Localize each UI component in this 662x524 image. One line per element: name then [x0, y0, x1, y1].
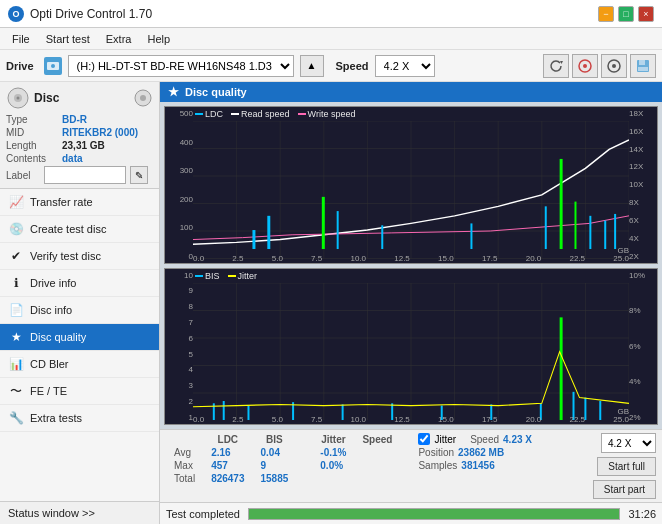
jitter-legend-dot — [228, 275, 236, 277]
start-part-button[interactable]: Start part — [593, 480, 656, 499]
quality-speed-select[interactable]: 4.2 X — [601, 433, 656, 453]
status-time: 31:26 — [628, 508, 656, 520]
menu-file[interactable]: File — [4, 31, 38, 47]
sidebar-item-extra-tests[interactable]: 🔧 Extra tests — [0, 405, 159, 432]
chart-header-icon: ★ — [168, 85, 179, 99]
ldc-legend-dot — [195, 113, 203, 115]
total-bis: 15885 — [253, 472, 297, 485]
stats-table: LDC BIS Jitter Speed Avg 2.16 0.04 -0.1% — [166, 433, 400, 485]
avg-ldc: 2.16 — [203, 446, 252, 459]
svg-rect-9 — [638, 67, 648, 71]
transfer-rate-icon: 📈 — [8, 194, 24, 210]
drive-bar: Drive (H:) HL-DT-ST BD-RE WH16NS48 1.D3 … — [0, 50, 662, 82]
disc-label-key: Label — [6, 170, 40, 181]
save-button[interactable] — [630, 54, 656, 78]
ldc-legend-label: LDC — [205, 109, 223, 119]
svg-point-4 — [583, 64, 587, 68]
title-bar: O Opti Drive Control 1.70 − □ × — [0, 0, 662, 28]
disc-write-button[interactable] — [601, 54, 627, 78]
avg-jitter: -0.1% — [312, 446, 354, 459]
position-label: Position — [418, 447, 454, 458]
menu-extra[interactable]: Extra — [98, 31, 140, 47]
refresh-button[interactable] — [543, 54, 569, 78]
top-chart: LDC Read speed Write speed 5004003002001… — [164, 106, 658, 264]
jitter-checkbox[interactable] — [418, 433, 430, 445]
bottom-chart: BIS Jitter 10987654321 10%8%6%4%2% — [164, 268, 658, 426]
bottom-chart-y-left: 10987654321 — [165, 269, 193, 425]
svg-rect-38 — [560, 159, 563, 249]
drive-icon — [44, 57, 62, 75]
fe-te-icon: 〜 — [8, 383, 24, 399]
sidebar-item-drive-info[interactable]: ℹ Drive info — [0, 270, 159, 297]
svg-rect-31 — [252, 230, 255, 249]
svg-rect-33 — [322, 197, 325, 249]
svg-point-1 — [51, 64, 55, 68]
progress-bar-fill — [249, 509, 619, 519]
bottom-chart-gb-label2: GB — [617, 407, 629, 416]
close-button[interactable]: × — [638, 6, 654, 22]
sidebar-item-fe-te[interactable]: 〜 FE / TE — [0, 378, 159, 405]
eject-button[interactable]: ▲ — [300, 55, 324, 77]
charts-container: LDC Read speed Write speed 5004003002001… — [160, 102, 662, 429]
disc-read-button[interactable] — [572, 54, 598, 78]
disc-contents-value: data — [62, 153, 83, 164]
sidebar-item-transfer-rate[interactable]: 📈 Transfer rate — [0, 189, 159, 216]
max-jitter: 0.0% — [312, 459, 354, 472]
top-chart-y-left: 5004003002001000 — [165, 107, 193, 263]
sidebar-item-disc-quality[interactable]: ★ Disc quality — [0, 324, 159, 351]
sidebar-item-create-test-disc[interactable]: 💿 Create test disc — [0, 216, 159, 243]
status-window-label: Status window >> — [8, 507, 95, 519]
verify-test-disc-icon: ✔ — [8, 248, 24, 264]
sidebar-item-transfer-rate-label: Transfer rate — [30, 196, 93, 208]
max-ldc: 457 — [203, 459, 252, 472]
disc-info-icon: 📄 — [8, 302, 24, 318]
svg-rect-40 — [589, 216, 591, 249]
stats-area: LDC BIS Jitter Speed Avg 2.16 0.04 -0.1% — [160, 429, 662, 502]
disc-label-button[interactable]: ✎ — [130, 166, 148, 184]
jitter-row: Jitter Speed 4.23 X — [418, 433, 532, 445]
disc-length-label: Length — [6, 140, 60, 151]
jitter-check-label: Jitter — [434, 434, 456, 445]
write-legend-dot — [298, 113, 306, 115]
status-text: Test completed — [166, 508, 240, 520]
sidebar-item-verify-test-disc-label: Verify test disc — [30, 250, 101, 262]
disc-length-value: 23,31 GB — [62, 140, 105, 151]
minimize-button[interactable]: − — [598, 6, 614, 22]
svg-rect-36 — [470, 223, 472, 249]
write-legend-label: Write speed — [308, 109, 356, 119]
create-test-disc-icon: 💿 — [8, 221, 24, 237]
start-full-button[interactable]: Start full — [597, 457, 656, 476]
max-bis: 9 — [253, 459, 297, 472]
read-legend-label: Read speed — [241, 109, 290, 119]
disc-mid-label: MID — [6, 127, 60, 138]
bottom-chart-y-right: 10%8%6%4%2% — [629, 269, 657, 425]
samples-val: 381456 — [461, 460, 494, 471]
sidebar-item-verify-test-disc[interactable]: ✔ Verify test disc — [0, 243, 159, 270]
svg-rect-35 — [381, 225, 383, 249]
svg-rect-32 — [267, 216, 270, 249]
disc-contents-label: Contents — [6, 153, 60, 164]
menu-starttest[interactable]: Start test — [38, 31, 98, 47]
bottom-chart-legend: BIS Jitter — [195, 271, 257, 281]
app-icon: O — [8, 6, 24, 22]
bis-legend-label: BIS — [205, 271, 220, 281]
sidebar-item-extra-tests-label: Extra tests — [30, 412, 82, 424]
sidebar-item-cd-bler-label: CD Bler — [30, 358, 69, 370]
sidebar-item-cd-bler[interactable]: 📊 CD Bler — [0, 351, 159, 378]
sidebar-item-create-test-disc-label: Create test disc — [30, 223, 106, 235]
disc-panel-icon — [6, 86, 30, 110]
chart-title: Disc quality — [185, 86, 247, 98]
svg-rect-34 — [337, 211, 339, 249]
svg-point-14 — [140, 95, 146, 101]
drive-select[interactable]: (H:) HL-DT-ST BD-RE WH16NS48 1.D3 — [68, 55, 294, 77]
disc-type-value: BD-R — [62, 114, 87, 125]
svg-rect-41 — [604, 221, 606, 249]
top-chart-y-right: 18X16X14X12X10X8X6X4X2X — [629, 107, 657, 263]
sidebar-item-disc-info[interactable]: 📄 Disc info — [0, 297, 159, 324]
menu-help[interactable]: Help — [139, 31, 178, 47]
maximize-button[interactable]: □ — [618, 6, 634, 22]
speed-select[interactable]: 4.2 X — [375, 55, 435, 77]
disc-label-input[interactable] — [44, 166, 126, 184]
menu-bar: File Start test Extra Help — [0, 28, 662, 50]
status-window-button[interactable]: Status window >> — [0, 501, 159, 524]
